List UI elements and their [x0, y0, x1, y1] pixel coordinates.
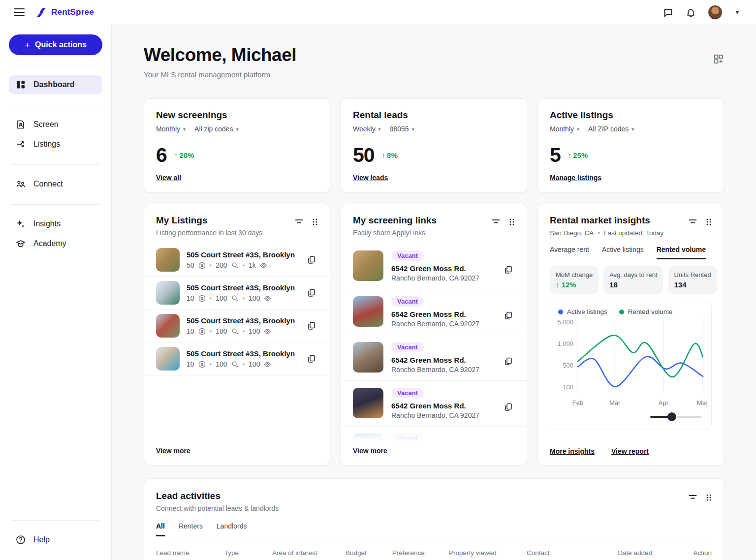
screening-link-row[interactable]: Vacant 6542 Green Moss Rd. Rancho Bernar… [341, 381, 527, 427]
sidebar-item-insights[interactable]: Insights [9, 215, 102, 233]
screening-link-row[interactable]: Vacant 6542 Green Moss Rd. Rancho Bernar… [341, 427, 527, 444]
add-widget-icon[interactable] [713, 54, 724, 64]
arrow-up-icon: ↑ [556, 280, 560, 289]
card-subtitle: Listing performance in last 30 days [156, 229, 262, 237]
status-badge: Vacant [391, 342, 424, 352]
sidebar-item-screen[interactable]: Screen [9, 115, 102, 134]
view-all-link[interactable]: View all [156, 174, 181, 182]
tab-active-listings[interactable]: Active listings [602, 246, 644, 259]
brand-name: RentSpree [51, 7, 94, 17]
zip-dropdown[interactable]: All zip codes▾ [194, 125, 239, 133]
sidebar-item-academy[interactable]: Academy [9, 234, 102, 253]
period-dropdown[interactable]: Weekly▾ [353, 125, 381, 133]
stat-value: 5 [550, 144, 561, 167]
tab-landlords[interactable]: Landlords [217, 522, 247, 536]
sidebar-item-dashboard[interactable]: Dashboard [9, 75, 102, 94]
card-subtitle: Easily share ApplyLinks [353, 229, 437, 237]
dropdown-value: Monthly [156, 125, 180, 133]
quick-actions-button[interactable]: + Quick actions [9, 34, 102, 55]
copy-icon[interactable] [305, 319, 318, 332]
screening-link-row[interactable]: Vacant 6542 Green Moss Rd. Rancho Bernar… [341, 244, 527, 289]
tab-renters[interactable]: Renters [179, 522, 203, 536]
status-badge: Vacant [391, 388, 424, 398]
view-more-link[interactable]: View more [156, 447, 190, 455]
screening-link-row[interactable]: Vacant 6542 Green Moss Rd. Rancho Bernar… [341, 335, 527, 381]
svg-text:Feb: Feb [572, 399, 583, 406]
listing-row[interactable]: 505 Court Street #3S, Brooklyn 10 • 100 … [144, 342, 330, 375]
status-badge: Vacant [391, 296, 424, 307]
filter-icon[interactable] [689, 218, 697, 226]
tab-average-rent[interactable]: Average rent [550, 246, 589, 259]
slider-thumb[interactable] [667, 412, 676, 421]
person-icon [198, 328, 206, 335]
rentspree-logo[interactable]: RentSpree [35, 6, 94, 18]
period-dropdown[interactable]: Monthly▾ [156, 125, 186, 133]
property-city: Rancho Bernardo, CA 92027 [391, 274, 479, 282]
tab-all[interactable]: All [156, 522, 165, 536]
quick-actions-label: Quick actions [35, 40, 87, 49]
view-leads-link[interactable]: View leads [353, 174, 388, 182]
zip-dropdown[interactable]: All ZIP codes▾ [588, 125, 634, 133]
chart-range-slider[interactable] [650, 412, 701, 422]
filter-icon[interactable] [689, 494, 697, 501]
listings-icon [16, 139, 26, 149]
period-dropdown[interactable]: Monthly▾ [550, 125, 579, 133]
zip-dropdown[interactable]: 98055▾ [390, 125, 414, 133]
listing-row[interactable]: 505 Court Street #3S, Brooklyn 50 • 200 … [144, 244, 330, 277]
copy-icon[interactable] [305, 253, 318, 266]
tab-rented-volume[interactable]: Rented volume [657, 246, 706, 259]
stat-delta: ↑8% [382, 151, 398, 159]
listing-photo [156, 281, 180, 305]
drag-handle-icon[interactable] [706, 494, 712, 501]
sidebar-item-listings[interactable]: Listings [9, 135, 102, 154]
bell-icon[interactable] [685, 7, 696, 18]
chat-icon[interactable] [662, 7, 673, 18]
avatar[interactable] [708, 5, 723, 20]
listing-row[interactable]: 505 Court Street #3S, Brooklyn 10 • 100 … [144, 277, 330, 310]
insights-location: San Diego, CA [550, 229, 594, 237]
svg-text:5,000: 5,000 [557, 318, 573, 326]
copy-icon[interactable] [502, 263, 515, 276]
copy-icon[interactable] [502, 401, 515, 413]
sidebar-item-connect[interactable]: Connect [9, 175, 102, 193]
legend-dot-green [619, 310, 624, 314]
property-photo [353, 342, 383, 373]
view-more-link[interactable]: View more [353, 447, 387, 455]
copy-icon[interactable] [305, 352, 318, 365]
sidebar-item-label: Connect [33, 180, 63, 188]
arrow-up-icon: ↑ [568, 151, 572, 159]
copy-icon[interactable] [502, 309, 515, 322]
listing-row[interactable]: 505 Court Street #3S, Brooklyn 10 • 100 … [144, 310, 330, 342]
sidebar-item-help[interactable]: Help [9, 530, 102, 549]
arrow-up-icon: ↑ [174, 151, 178, 159]
page-title: Welcome, Michael [144, 45, 296, 65]
copy-icon[interactable] [502, 355, 515, 368]
dashboard-icon [16, 80, 26, 90]
drag-handle-icon[interactable] [312, 218, 318, 226]
units-rented-chip: Units Rented 134 [668, 266, 717, 294]
svg-text:100: 100 [563, 383, 573, 391]
chevron-down-icon[interactable]: ▼ [734, 9, 740, 16]
academy-icon [16, 239, 26, 249]
drag-handle-icon[interactable] [706, 218, 712, 226]
screening-link-row[interactable]: Vacant 6542 Green Moss Rd. Rancho Bernar… [341, 289, 527, 335]
drag-handle-icon[interactable] [509, 218, 515, 226]
arrow-up-icon: ↑ [382, 151, 386, 159]
more-insights-link[interactable]: More insights [550, 447, 595, 455]
main-content: Welcome, Michael Your MLS rental managem… [112, 25, 756, 560]
eye-icon [264, 361, 271, 368]
lead-activities-card: Lead activities Connect with potential l… [144, 478, 724, 560]
filter-icon[interactable] [492, 218, 500, 226]
menu-icon[interactable] [14, 8, 25, 16]
view-report-link[interactable]: View report [611, 447, 649, 455]
copy-icon[interactable] [305, 286, 318, 299]
filter-icon[interactable] [295, 218, 303, 226]
manage-listings-link[interactable]: Manage listings [550, 174, 601, 182]
svg-text:Mar: Mar [609, 399, 621, 406]
listing-address: 505 Court Street #3S, Brooklyn [187, 283, 298, 292]
property-city: Rancho Bernardo, CA 92027 [391, 366, 479, 373]
card-title: New screenings [156, 110, 318, 121]
svg-text:500: 500 [563, 362, 573, 369]
card-subtitle: Connect with potential leads & landlords [156, 504, 279, 512]
table-header: Lead name Type Area of interest Budget P… [156, 549, 712, 560]
